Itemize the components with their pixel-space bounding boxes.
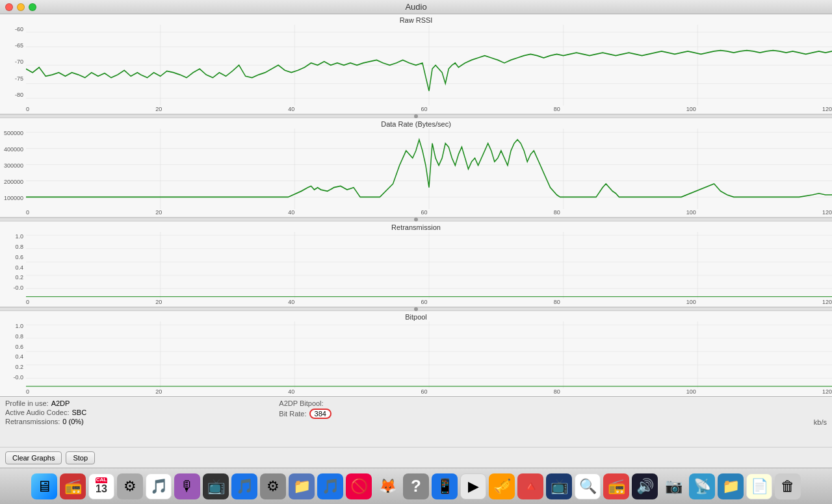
kb-s-label: kb/s	[814, 418, 827, 426]
bitpool-y-axis: 1.0 0.8 0.6 0.4 0.2 -0.0	[0, 321, 26, 388]
codec-row: Active Audio Codec: SBC	[5, 409, 279, 416]
close-button[interactable]	[5, 3, 13, 11]
bitpool-panel: Bitpool 1.0 0.8 0.6 0.4 0.2 -0.0	[0, 311, 832, 396]
maximize-button[interactable]	[29, 3, 36, 11]
dock-icon-podcasts[interactable]: 🎙	[174, 473, 200, 499]
retransmission-svg	[26, 232, 832, 299]
status-bar: Profile in use: A2DP Active Audio Codec:…	[0, 396, 832, 447]
bitrate-label: Bit Rate:	[279, 410, 306, 418]
raw-rssi-svg	[26, 25, 832, 106]
window-controls	[5, 3, 36, 11]
raw-rssi-y-axis: -60 -65 -70 -75 -80	[0, 25, 26, 106]
profile-value: A2DP	[51, 399, 70, 407]
raw-rssi-content: -60 -65 -70 -75 -80	[0, 25, 832, 106]
dock-icon-kodi[interactable]: 📺	[546, 473, 572, 499]
dock-icon-notes[interactable]: 📄	[746, 473, 772, 499]
dock: 🖥 📻 CAL13 ⚙ 🎵 🎙 📺 🎵 ⚙ 📁 🎵 🚫 🦊 ? 📱 ▶ 🎺 🔺 …	[0, 468, 832, 504]
retrans-label: Retransmissions:	[5, 418, 60, 425]
dock-icon-finder2[interactable]: 📁	[718, 473, 744, 499]
window-title: Audio	[405, 2, 426, 12]
titlebar: Audio	[0, 0, 832, 14]
dock-icon-airdrop[interactable]: 📡	[689, 473, 715, 499]
dock-icon-quicktime[interactable]: ▶	[460, 473, 486, 499]
profile-row: Profile in use: A2DP	[5, 399, 279, 407]
bitpool-row: A2DP Bitpool:	[279, 399, 552, 407]
profile-label: Profile in use:	[5, 399, 49, 407]
raw-rssi-x-axis: 0 20 40 60 80 100 120	[0, 106, 832, 114]
retransmission-title: Retransmission	[0, 221, 832, 232]
retransmission-x-axis: 0 20 40 60 80 100 120	[0, 299, 832, 307]
a2dp-bitpool-label: A2DP Bitpool:	[279, 399, 323, 407]
dock-icon-firefox[interactable]: 🦊	[374, 473, 400, 499]
bitpool-x-axis: 0 20 40 60 80 100 120	[0, 388, 832, 396]
bitpool-content: 1.0 0.8 0.6 0.4 0.2 -0.0	[0, 321, 832, 388]
dock-icon-calendar[interactable]: CAL13	[88, 473, 114, 499]
dock-icon-itunes[interactable]: 🎵	[146, 473, 172, 499]
status-col-left: Profile in use: A2DP Active Audio Codec:…	[5, 399, 279, 425]
bitrate-value: 384	[309, 409, 332, 419]
retransmission-y-axis: 1.0 0.8 0.6 0.4 0.2 -0.0	[0, 232, 26, 299]
bitpool-svg	[26, 321, 832, 388]
dock-icon-photos[interactable]: 📷	[660, 473, 686, 499]
dock-icon-scrobbler[interactable]: 📻	[603, 473, 629, 499]
data-rate-svg	[26, 129, 832, 210]
minimize-button[interactable]	[17, 3, 25, 11]
bitpool-title: Bitpool	[0, 311, 832, 321]
dock-icon-system-prefs[interactable]: ⚙	[117, 473, 143, 499]
codec-label: Active Audio Codec:	[5, 409, 69, 416]
dock-icon-appletv[interactable]: 📺	[203, 473, 229, 499]
bottom-buttons: Clear Graphs Stop	[0, 447, 832, 468]
dock-icon-shazam[interactable]: 🎵	[231, 473, 257, 499]
dock-icon-shazam2[interactable]: 🎵	[317, 473, 343, 499]
dock-icon-appstore[interactable]: 📱	[432, 473, 458, 499]
clear-graphs-button[interactable]: Clear Graphs	[5, 451, 62, 464]
stop-button[interactable]: Stop	[66, 451, 95, 464]
status-col-center: A2DP Bitpool: Bit Rate: 384	[279, 399, 552, 419]
retrans-value: 0 (0%)	[62, 418, 83, 425]
retrans-row: Retransmissions: 0 (0%)	[5, 418, 279, 425]
dock-icon-files[interactable]: 📁	[289, 473, 315, 499]
data-rate-x-axis: 0 20 40 60 80 100 120	[0, 209, 832, 217]
retransmission-panel: Retransmission 1.0 0.8 0.6 0.4 0.2 -0.0	[0, 221, 832, 307]
data-rate-content: 500000 400000 300000 200000 100000	[0, 129, 832, 210]
dock-icon-finder[interactable]: 🖥	[31, 473, 57, 499]
codec-value: SBC	[72, 409, 86, 416]
bitrate-row: Bit Rate: 384	[279, 409, 552, 419]
dock-icon-siri[interactable]: 📻	[60, 473, 86, 499]
dock-icon-boom[interactable]: 🔊	[632, 473, 658, 499]
raw-rssi-title: Raw RSSI	[0, 14, 832, 25]
dock-icon-trash[interactable]: 🗑	[775, 473, 801, 499]
dock-icon-do-not-disturb[interactable]: 🚫	[346, 473, 372, 499]
data-rate-y-axis: 500000 400000 300000 200000 100000	[0, 129, 26, 210]
raw-rssi-panel: Raw RSSI -60 -65 -70 -75 -80	[0, 14, 832, 114]
data-rate-panel: Data Rate (Bytes/sec) 500000 400000 3000…	[0, 118, 832, 218]
dock-icon-chrome[interactable]: 🔍	[575, 473, 601, 499]
dock-icon-vlc[interactable]: 🎺	[489, 473, 515, 499]
dock-icon-help[interactable]: ?	[403, 473, 429, 499]
data-rate-title: Data Rate (Bytes/sec)	[0, 118, 832, 129]
status-col-right: kb/s	[553, 399, 827, 444]
retransmission-content: 1.0 0.8 0.6 0.4 0.2 -0.0	[0, 232, 832, 299]
dock-icon-keka[interactable]: 🔺	[517, 473, 543, 499]
dock-icon-prefs2[interactable]: ⚙	[260, 473, 286, 499]
charts-area: Raw RSSI -60 -65 -70 -75 -80	[0, 14, 832, 396]
